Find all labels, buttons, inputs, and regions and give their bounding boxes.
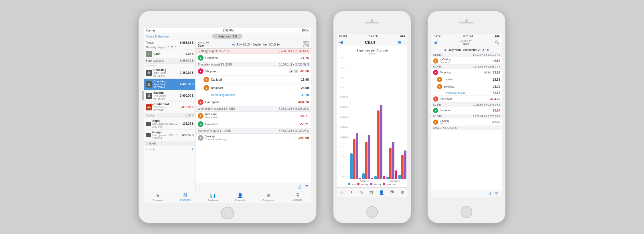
x-label-jun: June 2015 [390, 180, 400, 182]
ph2-shopping[interactable]: ● Shopping ▲ ▼ -83.16 [431, 69, 502, 76]
tab-categories[interactable]: ⚙ Categories [260, 192, 277, 202]
ph-eye-icon[interactable]: 👁 [348, 189, 355, 197]
transaction-groceries-1[interactable]: ● Groceries -71.75 [195, 54, 311, 62]
tab-analyses[interactable]: 📊 Analyses [205, 192, 220, 202]
breakfast-amount: 25.00 [301, 86, 309, 90]
bar-group-jun [374, 105, 385, 179]
breakfast-name: Breakfast [211, 86, 299, 90]
transaction-car-repairs[interactable]: ● Car repairs -634.76 [195, 98, 311, 106]
ph2-back-button[interactable]: ◀ [434, 40, 437, 45]
prev-period-button[interactable]: ◀ [232, 42, 234, 46]
search-button[interactable]: 🔍 [303, 41, 309, 47]
phone-right-home-button[interactable] [461, 206, 472, 218]
transaction-groceries-2[interactable]: ● Groceries -50.21 [195, 120, 311, 128]
info-button[interactable]: ℹ [153, 147, 155, 151]
ph-gear-icon[interactable]: ⚙ [399, 189, 406, 197]
ph2-refueling[interactable]: ● Refueling Gas station -40.50 [431, 57, 502, 65]
back-button[interactable]: ◀ [339, 39, 343, 45]
tablet-side-button[interactable] [142, 91, 144, 100]
bar-credit-may [371, 178, 373, 179]
print-icon[interactable]: 🖨 [298, 185, 302, 190]
expand-up-button[interactable]: ▲ [289, 70, 293, 73]
ph2-catfood2-info: Cat food Pet store [440, 119, 491, 125]
account-item-checking1[interactable]: 🏦 Checking John Smith 98765445 1,480.60 … [144, 67, 195, 79]
sorted-by-label: Sorted by [198, 41, 209, 44]
ph2-balance-821: 1,858.07 $ ▾ 1,917.57 $ [473, 53, 500, 56]
stock-item-google[interactable]: Google Last updated: 8/13/15, 2:52 PM 65… [144, 130, 195, 141]
budgets-header: Budgets [144, 141, 195, 146]
ph2-expand-down[interactable]: ▼ [487, 71, 491, 74]
bank-accounts-amount: 6,988.99 $ [180, 59, 193, 62]
refueling-amount: -44.71 [300, 114, 309, 118]
ph-contact-icon[interactable]: 👤 [378, 189, 386, 197]
ph-star-icon[interactable]: ☆ [339, 189, 345, 197]
transactions-header: Sorted by Date ◀ July 2015 - September 2… [195, 40, 311, 49]
ph2-catfood[interactable]: ● Cat food 18.98 [431, 76, 502, 83]
next-period-button[interactable]: ▶ [277, 42, 280, 46]
account-item-credit[interactable]: 💳! Credit Card The Smiths 98765401 -812.… [144, 102, 195, 113]
date-group-aug13: Thursday, August 13, 2015 3,138.31 $ ▾ 2… [195, 62, 311, 67]
tablet-status-bar: Carrier 2:52 PM 100% [144, 28, 311, 33]
transaction-catfood[interactable]: ● Cat food 18.98 [195, 76, 311, 84]
ph2-search-button[interactable]: 🔍 [495, 40, 499, 45]
download-icon[interactable]: ↓ [403, 40, 405, 44]
add-budget-button[interactable]: + [146, 147, 148, 151]
legend-checking1: Checking [357, 183, 368, 185]
tab-database[interactable]: 🗄 Database [289, 192, 305, 202]
ph-bank-icon[interactable]: 🏛 [389, 189, 396, 197]
ph2-groceries[interactable]: ● Groceries -50.70 [431, 107, 502, 114]
stock-item-apple[interactable]: Apple Last updated: 8/13/15, 2:52 PM 115… [144, 118, 195, 130]
ph2-refueling-amount: -40.50 [492, 59, 500, 62]
close-database-button[interactable]: Close Database [146, 35, 169, 38]
ph2-next-button[interactable]: ▶ [487, 48, 489, 52]
funds-header: Funds 6,998.91 $ [144, 40, 195, 45]
ph2-catfood-812[interactable]: ● Cat food Pet store -47.65 [431, 118, 502, 126]
account-item-savings[interactable]: 🏛 Savings The Smiths 98765400 3,900.00 $ [144, 90, 195, 102]
tab-overview[interactable]: ★ Overview [150, 192, 166, 202]
savings-sub1: The Smiths [153, 94, 179, 97]
ph2-print-icon[interactable]: 🖨 [488, 191, 492, 196]
account-item-cash[interactable]: 💵 Cash 9.92 $ [144, 49, 195, 58]
ph2-expand-up[interactable]: ▲ [484, 71, 487, 74]
ph2-remaining-amount: 39.18 [493, 91, 500, 94]
tab-contacts[interactable]: 👤 Contacts [233, 192, 248, 202]
phone-right-status: Carrier 8:20 AM ■■■ [431, 34, 502, 38]
account-item-checking2[interactable]: 🏦 Checking Jane Smith 98765446 2,420.38 … [144, 79, 195, 90]
list-icon[interactable]: ☰ [305, 185, 309, 190]
ph2-add-icon[interactable]: + [435, 191, 437, 196]
add-transaction-button[interactable]: + [191, 147, 193, 151]
phone-home-button[interactable] [366, 206, 378, 218]
bank-accounts-header: Bank accounts 6,988.99 $ [144, 58, 195, 64]
legend-checking2: Checking [370, 183, 381, 185]
carrier-label: Carrier [146, 29, 155, 32]
bar-cash-apr [350, 153, 353, 179]
ph2-catfood-amount: 18.98 [493, 78, 500, 81]
transaction-breakfast[interactable]: ● Breakfast 25.00 [195, 84, 311, 92]
ph2-prev-button[interactable]: ◀ [444, 48, 446, 52]
tablet-home-button[interactable] [221, 207, 234, 219]
ph2-sorted-by: Sorted by [461, 39, 472, 42]
ph2-list-icon[interactable]: ☰ [495, 191, 498, 196]
legend-checking1-label: Checking [360, 183, 368, 185]
ph2-refueling-icon: ● [433, 58, 438, 64]
expand-down-button[interactable]: ▼ [294, 70, 298, 73]
ph-edit-icon[interactable]: ✎ [359, 189, 365, 197]
ph2-car-repairs[interactable]: ● Car repairs -634.76 [431, 96, 502, 103]
transaction-refueling[interactable]: ● Refueling Gas station -44.71 [195, 112, 311, 120]
ph2-more-balance: 3,022... ▾ 2,774.34 $ [433, 126, 457, 129]
ph2-catfood2-icon: ● [433, 120, 438, 125]
remove-budget-button[interactable]: − [149, 147, 151, 151]
ph-grid-icon[interactable]: ⊞ [368, 189, 374, 197]
categories-icon: ⚙ [266, 193, 270, 198]
add-transaction-icon[interactable]: + [198, 185, 200, 190]
checking2-name: Checking [153, 80, 179, 83]
transaction-shopping[interactable]: ● Shopping ▲ ▼ -83.16 [195, 67, 311, 76]
ph2-balance-812: 2,774.34 $ ▾ 2,726.69 $ [473, 115, 500, 118]
ph2-breakfast[interactable]: ● Breakfast 25.00 [431, 83, 502, 90]
sort-indicator: Sorted by Date [198, 41, 209, 47]
tab-finances[interactable]: 🏛 Finances [178, 192, 193, 202]
chart-with-axis: 3,700.00 3,400.00 3,100.00 2,800.00 2,50… [339, 57, 406, 182]
transaction-savings[interactable]: ● Savings Transfer to Savings -200.00 [195, 134, 311, 142]
tablet-top-bar: Close Database iFinance - 4.0 [144, 33, 311, 40]
grid-icon[interactable]: ⊞ [398, 40, 401, 44]
